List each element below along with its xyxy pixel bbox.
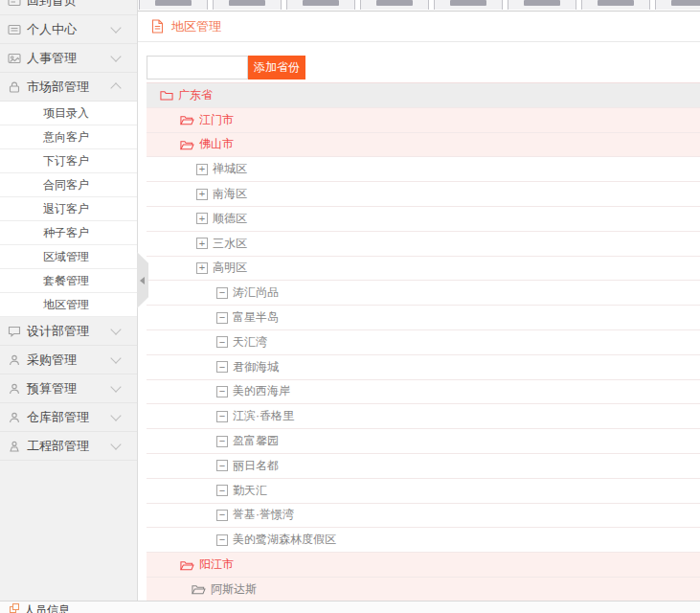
- tree-row[interactable]: 江门市: [147, 108, 700, 133]
- folder-closed-icon[interactable]: [160, 89, 173, 101]
- home-icon: [8, 0, 21, 8]
- sidebar-subitem[interactable]: 意向客户: [0, 125, 137, 149]
- minus-icon[interactable]: −: [216, 386, 228, 397]
- add-province-form: 添加省份: [147, 56, 700, 79]
- minus-icon[interactable]: −: [216, 485, 228, 496]
- sidebar-item-4[interactable]: 设计部管理: [0, 317, 137, 346]
- sidebar-item-5[interactable]: 采购管理: [0, 346, 137, 375]
- sidebar-item-3[interactable]: 市场部管理: [0, 73, 137, 102]
- tree-row-label: 美的西海岸: [233, 383, 290, 399]
- tree-row[interactable]: −富星半岛: [147, 306, 700, 330]
- tree-row[interactable]: +三水区: [147, 232, 700, 257]
- tree-row-label: 盈富馨园: [233, 433, 279, 449]
- tree-row[interactable]: 佛山市: [147, 133, 700, 158]
- folder-open-icon[interactable]: [192, 583, 206, 595]
- minus-icon[interactable]: −: [216, 287, 228, 299]
- minus-icon[interactable]: −: [216, 312, 228, 324]
- tree-row[interactable]: 阿斯达斯: [147, 578, 700, 602]
- tree-row[interactable]: 广东省: [147, 83, 700, 108]
- sidebar-subitem[interactable]: 项目录入: [0, 102, 137, 125]
- sidebar-subitem[interactable]: 套餐管理: [0, 269, 137, 293]
- tab-label-clipped: [155, 0, 192, 6]
- tree-row[interactable]: 阳江市: [147, 553, 700, 578]
- minus-box: −: [216, 436, 228, 447]
- footer-partial-bar[interactable]: 人员信息: [0, 601, 700, 613]
- minus-icon[interactable]: −: [216, 361, 228, 373]
- plus-box: +: [196, 262, 208, 274]
- browser-tab[interactable]: [655, 0, 700, 10]
- plus-icon[interactable]: +: [196, 164, 208, 175]
- tree-row[interactable]: −誉基·誉憬湾: [147, 504, 700, 529]
- tab-label-clipped: [303, 0, 339, 6]
- tree-row[interactable]: +高明区: [147, 257, 700, 282]
- tree-row[interactable]: −天汇湾: [147, 330, 700, 355]
- tree-row-label: 高明区: [213, 260, 247, 276]
- province-name-input[interactable]: [147, 56, 248, 79]
- sidebar-subitem[interactable]: 合同客户: [0, 173, 137, 197]
- sidebar-subitem[interactable]: 下订客户: [0, 149, 137, 173]
- minus-icon[interactable]: −: [216, 436, 228, 447]
- minus-box: −: [216, 361, 228, 373]
- browser-tab[interactable]: [213, 0, 282, 10]
- minus-icon[interactable]: −: [216, 411, 228, 422]
- tree-row[interactable]: −勤天汇: [147, 479, 700, 504]
- plus-icon[interactable]: +: [196, 213, 208, 224]
- region-tree: 广东省江门市佛山市+禅城区+南海区+顺德区+三水区+高明区−涛汇尚品−富星半岛−…: [147, 82, 700, 602]
- minus-box: −: [216, 287, 228, 299]
- browser-tab[interactable]: [286, 0, 355, 10]
- plus-icon[interactable]: +: [196, 238, 208, 249]
- sidebar-subitem[interactable]: 地区管理: [0, 293, 137, 317]
- plus-icon[interactable]: +: [196, 262, 208, 274]
- tree-row[interactable]: −丽日名都: [147, 454, 700, 479]
- minus-icon[interactable]: −: [216, 336, 228, 348]
- tree-row-label: 顺德区: [213, 211, 247, 227]
- document-icon: [151, 19, 164, 34]
- plus-box: +: [196, 164, 208, 175]
- plus-icon[interactable]: +: [196, 189, 208, 200]
- page-title: 地区管理: [171, 18, 221, 35]
- folder-open-icon[interactable]: [180, 559, 194, 571]
- tree-row-label: 阿斯达斯: [211, 581, 257, 598]
- tree-row-label: 江滨·香格里: [233, 408, 294, 424]
- plus-box: +: [196, 189, 208, 200]
- browser-tab[interactable]: [139, 0, 208, 10]
- tab-label-clipped: [450, 0, 486, 6]
- plus-box: +: [196, 238, 208, 249]
- add-province-button[interactable]: 添加省份: [248, 56, 305, 79]
- tab-label-clipped: [524, 0, 560, 6]
- tree-row[interactable]: −盈富馨园: [147, 429, 700, 454]
- sidebar-subitem[interactable]: 种子客户: [0, 221, 137, 245]
- tree-row[interactable]: −涛汇尚品: [147, 281, 700, 306]
- minus-icon[interactable]: −: [216, 460, 228, 471]
- tree-row-label: 勤天汇: [233, 483, 267, 499]
- sidebar-item-home[interactable]: 回到首页: [0, 0, 137, 15]
- tab-label-clipped: [671, 0, 700, 6]
- tree-row[interactable]: +南海区: [147, 182, 700, 207]
- sidebar-subitem[interactable]: 退订客户: [0, 197, 137, 221]
- minus-box: −: [216, 534, 228, 546]
- tree-row[interactable]: +顺德区: [147, 207, 700, 232]
- tree-row[interactable]: −江滨·香格里: [147, 404, 700, 429]
- browser-tab[interactable]: [434, 0, 503, 10]
- tree-row[interactable]: +禅城区: [147, 157, 700, 182]
- browser-tab[interactable]: [581, 0, 650, 10]
- tab-label-clipped: [229, 0, 265, 6]
- sidebar-item-7[interactable]: 仓库部管理: [0, 403, 137, 432]
- sidebar-item-1[interactable]: 个人中心: [0, 15, 137, 44]
- folder-open-icon[interactable]: [180, 114, 194, 125]
- browser-tab[interactable]: [508, 0, 576, 10]
- tree-row-label: 阳江市: [199, 556, 234, 573]
- tree-row[interactable]: −美的鹭湖森林度假区: [147, 528, 700, 553]
- tree-row[interactable]: −美的西海岸: [147, 380, 700, 405]
- folder-open-icon[interactable]: [180, 139, 194, 150]
- sidebar-item-2[interactable]: 人事管理: [0, 44, 137, 73]
- hr-icon: [8, 52, 21, 65]
- sidebar-item-6[interactable]: 预算管理: [0, 375, 137, 403]
- sidebar-item-label: 回到首页: [27, 0, 127, 10]
- minus-icon[interactable]: −: [216, 534, 228, 546]
- sidebar-item-8[interactable]: 工程部管理: [0, 432, 137, 461]
- sidebar-subitem[interactable]: 区域管理: [0, 245, 137, 269]
- browser-tab[interactable]: [360, 0, 429, 10]
- minus-icon[interactable]: −: [216, 510, 228, 521]
- tree-row[interactable]: −君御海城: [147, 355, 700, 380]
